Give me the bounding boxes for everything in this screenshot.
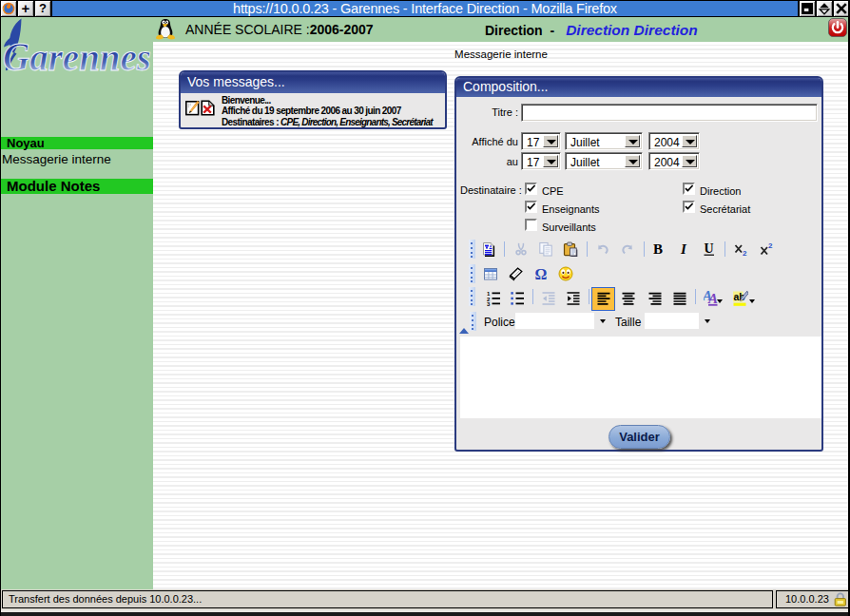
svg-text:2: 2	[743, 249, 747, 257]
svg-text:2: 2	[768, 241, 773, 250]
svg-text:Garennes: Garennes	[3, 35, 151, 79]
svg-text:Ω: Ω	[535, 266, 548, 281]
svg-text:U: U	[705, 241, 714, 256]
svg-text:B: B	[653, 241, 663, 257]
svg-text:I: I	[680, 241, 687, 257]
svg-text:3: 3	[487, 301, 491, 307]
